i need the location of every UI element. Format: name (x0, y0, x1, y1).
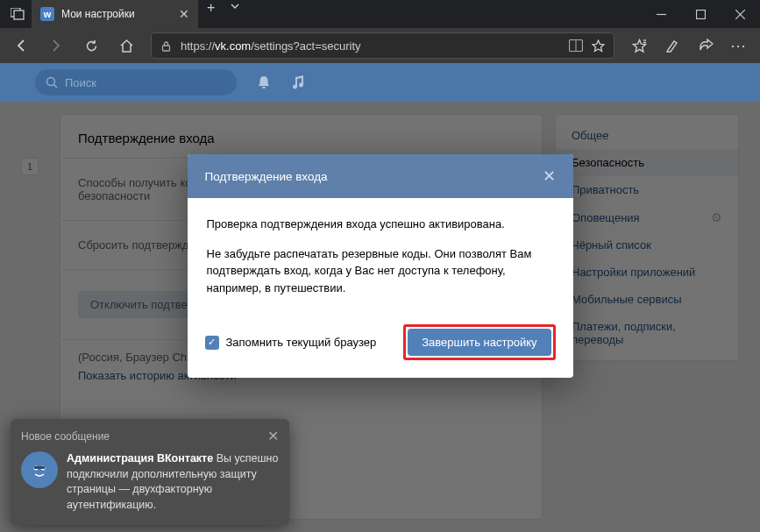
toast-message: Администрация ВКонтакте Вы успешно подкл… (67, 451, 279, 513)
browser-toolbar: https://vk.com/settings?act=security ⋯ (0, 28, 760, 63)
favorite-icon[interactable] (592, 39, 605, 53)
new-tab-button[interactable]: + (198, 0, 224, 28)
share-button[interactable] (690, 30, 721, 61)
forward-button (40, 30, 72, 61)
vk-search[interactable]: Поиск (35, 69, 237, 96)
svg-rect-1 (14, 11, 24, 19)
confirmation-modal: Подтверждение входа ✕ Проверка подтвержд… (188, 154, 573, 378)
modal-message-2: Не забудьте распечатать резервные коды. … (207, 245, 554, 297)
modal-message-1: Проверка подтверждения входа успешно акт… (207, 216, 554, 233)
address-bar[interactable]: https://vk.com/settings?act=security (151, 32, 614, 59)
svg-point-13 (28, 458, 51, 481)
tab-close-icon[interactable]: ✕ (179, 7, 189, 21)
back-button[interactable] (5, 30, 37, 61)
checkbox-icon: ✓ (205, 336, 219, 350)
url-text: https://vk.com/settings?act=security (181, 39, 560, 53)
notes-button[interactable] (657, 30, 688, 61)
home-button[interactable] (110, 30, 142, 61)
remember-label: Запомнить текущий браузер (226, 336, 377, 349)
svg-line-12 (54, 85, 58, 89)
lock-icon (160, 40, 172, 52)
notifications-icon[interactable] (256, 74, 272, 90)
modal-close-icon[interactable]: ✕ (543, 167, 556, 186)
tab-dropdown-icon[interactable] (224, 0, 246, 28)
svg-rect-16 (34, 466, 45, 469)
toast-avatar (21, 451, 58, 488)
more-button[interactable]: ⋯ (723, 30, 755, 61)
toast-close-icon[interactable]: ✕ (267, 428, 279, 444)
favorites-button[interactable] (623, 30, 655, 61)
search-icon (46, 76, 58, 89)
svg-point-11 (47, 78, 55, 86)
window-maximize-button[interactable] (681, 0, 721, 28)
new-message-toast[interactable]: Новое сообщение ✕ Администрация ВКонтакт… (11, 419, 289, 525)
window-close-button[interactable] (721, 0, 760, 28)
toast-sender: Администрация ВКонтакте (67, 452, 213, 465)
modal-title: Подтверждение входа (205, 170, 328, 183)
reload-button[interactable] (75, 30, 107, 61)
tabs-overview-icon[interactable] (11, 8, 25, 20)
svg-rect-6 (163, 46, 170, 51)
tab-title: Мои настройки (61, 8, 172, 20)
reader-mode-icon[interactable] (569, 39, 583, 52)
svg-rect-3 (697, 10, 706, 18)
browser-tab[interactable]: w Мои настройки ✕ (32, 0, 198, 28)
window-minimize-button[interactable] (642, 0, 681, 28)
finish-setup-button[interactable]: Завершить настройку (408, 329, 550, 356)
window-titlebar: w Мои настройки ✕ + (0, 0, 760, 28)
remember-browser-checkbox[interactable]: ✓ Запомнить текущий браузер (205, 336, 377, 350)
vk-topbar: Поиск (0, 63, 760, 102)
music-icon[interactable] (291, 74, 305, 90)
toast-header: Новое сообщение (21, 430, 110, 443)
tab-favicon: w (40, 7, 54, 21)
search-placeholder: Поиск (65, 76, 96, 89)
